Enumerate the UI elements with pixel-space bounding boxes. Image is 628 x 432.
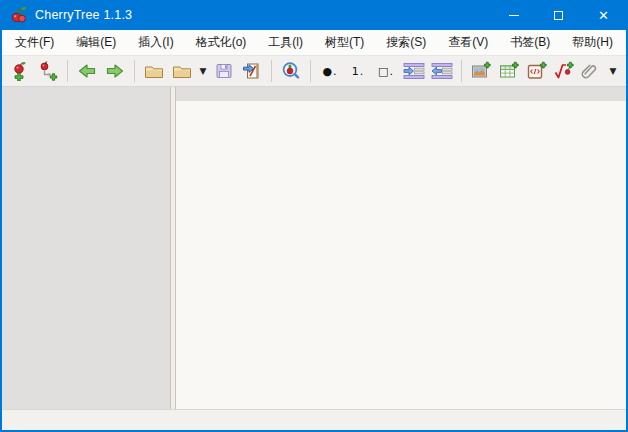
new-subnode-icon [38, 61, 58, 81]
editor-top-strip [176, 87, 626, 101]
minimize-icon [509, 15, 519, 16]
new-subnode-button[interactable] [34, 58, 62, 84]
menu-item-insert[interactable]: 插入(I) [127, 30, 184, 55]
todo-list-button[interactable]: □. [372, 58, 400, 84]
bullet-list-icon: ●. [322, 65, 337, 78]
recent-docs-icon [172, 62, 192, 80]
go-forward-button[interactable] [101, 58, 129, 84]
titlebar[interactable]: CherryTree 1.1.3 ✕ [2, 0, 626, 30]
maximize-icon [554, 11, 563, 20]
toolbar-separator [67, 60, 68, 82]
menu-item-tools[interactable]: 工具(l) [257, 30, 314, 55]
minimize-button[interactable] [491, 0, 536, 30]
indent-right-button[interactable] [400, 58, 428, 84]
insert-latex-icon [554, 61, 574, 81]
new-node-icon [10, 61, 30, 81]
toolbar-separator [310, 60, 311, 82]
window-title: CherryTree 1.1.3 [35, 8, 132, 22]
menu-item-tree[interactable]: 树型(T) [314, 30, 375, 55]
go-back-icon [77, 63, 97, 79]
toolbar-separator [461, 60, 462, 82]
editor-area[interactable] [176, 101, 626, 409]
content-area [2, 87, 626, 409]
new-node-button[interactable] [6, 58, 34, 84]
menu-item-view[interactable]: 查看(V) [437, 30, 499, 55]
go-forward-icon [105, 63, 125, 79]
indent-right-icon [403, 62, 425, 80]
cherrytree-window: CherryTree 1.1.3 ✕ 文件(F) 编辑(E) 插入(I) 格式化… [0, 0, 628, 432]
find-nodes-button[interactable] [277, 58, 305, 84]
insert-latex-button[interactable] [551, 58, 577, 84]
statusbar [2, 409, 626, 430]
tree-panel[interactable] [2, 87, 170, 409]
insert-codebox-icon [527, 61, 547, 81]
attach-file-icon [580, 61, 600, 81]
menu-item-file[interactable]: 文件(F) [4, 30, 65, 55]
cherrytree-logo-icon [10, 6, 28, 24]
menubar: 文件(F) 编辑(E) 插入(I) 格式化(o) 工具(l) 树型(T) 搜索(… [2, 30, 626, 56]
insert-table-button[interactable] [495, 58, 523, 84]
menu-item-format[interactable]: 格式化(o) [185, 30, 258, 55]
open-file-icon [144, 62, 164, 80]
maximize-button[interactable] [536, 0, 581, 30]
recent-docs-dropdown[interactable]: ▼ [196, 66, 210, 76]
find-nodes-icon [281, 61, 301, 81]
save-button[interactable] [210, 58, 238, 84]
close-icon: ✕ [598, 9, 609, 22]
menu-item-edit[interactable]: 编辑(E) [65, 30, 127, 55]
toolbar: ▼ [2, 56, 626, 87]
save-as-button[interactable] [238, 58, 266, 84]
main-panel [176, 87, 626, 409]
numbered-list-button[interactable]: 1. [344, 58, 372, 84]
insert-table-icon [499, 61, 519, 81]
recent-docs-button[interactable] [168, 58, 196, 84]
menu-item-search[interactable]: 搜索(S) [375, 30, 437, 55]
numbered-list-icon: 1. [352, 65, 365, 78]
save-as-icon [242, 61, 262, 81]
window-controls: ✕ [491, 0, 626, 30]
attach-file-button[interactable] [577, 58, 603, 84]
toolbar-separator [134, 60, 135, 82]
toolbar-separator [271, 60, 272, 82]
toolbar-overflow-button[interactable]: ▼ [605, 66, 621, 76]
open-file-button[interactable] [140, 58, 168, 84]
bullet-list-button[interactable]: ●. [316, 58, 344, 84]
insert-image-icon [471, 61, 491, 81]
indent-left-icon [431, 62, 453, 80]
insert-image-button[interactable] [467, 58, 495, 84]
menu-item-help[interactable]: 帮助(H) [561, 30, 624, 55]
menu-item-bookmarks[interactable]: 书签(B) [499, 30, 561, 55]
go-back-button[interactable] [73, 58, 101, 84]
indent-left-button[interactable] [428, 58, 456, 84]
save-icon [214, 61, 234, 81]
insert-codebox-button[interactable] [523, 58, 551, 84]
close-button[interactable]: ✕ [581, 0, 626, 30]
todo-list-icon: □. [378, 65, 394, 78]
